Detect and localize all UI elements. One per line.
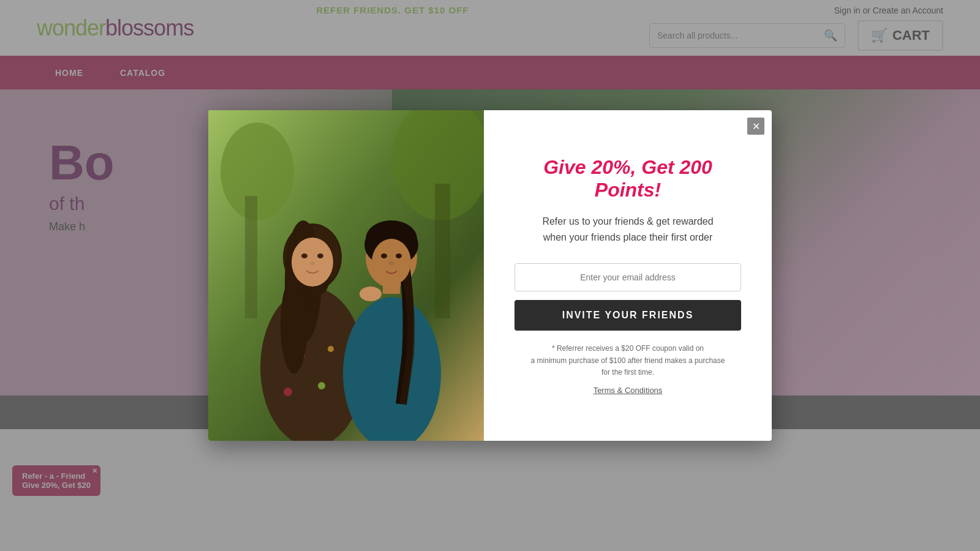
modal-headline: Give 20%, Get 200 Points!: [514, 156, 741, 201]
fine-print-line3: for the first time.: [601, 368, 654, 377]
svg-point-15: [281, 276, 307, 373]
modal-email-input[interactable]: [514, 263, 741, 291]
modal-women-svg: [208, 110, 484, 441]
modal-desc-line1: Refer us to your friends & get rewarded: [542, 216, 713, 227]
modal-fine-print: * Referrer receives a $20 OFF coupon val…: [531, 343, 725, 378]
svg-point-28: [396, 253, 402, 258]
modal-image-inner: [208, 110, 484, 441]
modal-image: [208, 110, 484, 441]
modal-overlay[interactable]: ✕ Give 20%, Get 200 Points! Refer us to …: [0, 0, 980, 551]
svg-point-20: [310, 261, 315, 265]
svg-rect-4: [245, 196, 257, 318]
svg-point-8: [318, 382, 325, 389]
referral-modal: ✕ Give 20%, Get 200 Points! Refer us to …: [208, 110, 772, 441]
fine-print-line1: * Referrer receives a $20 OFF coupon val…: [552, 344, 704, 353]
modal-terms-link[interactable]: Terms & Conditions: [594, 386, 663, 395]
svg-point-27: [381, 253, 387, 258]
svg-point-18: [301, 253, 307, 258]
modal-desc-line2: when your friends place their first orde…: [543, 232, 713, 242]
svg-rect-5: [435, 184, 450, 318]
modal-description: Refer us to your friends & get rewarded …: [542, 214, 713, 245]
svg-point-19: [317, 253, 323, 258]
svg-point-30: [360, 287, 382, 301]
modal-content-panel: ✕ Give 20%, Get 200 Points! Refer us to …: [484, 110, 772, 441]
fine-print-line2: a minimum purchase of $100 after friend …: [531, 356, 725, 365]
modal-invite-button[interactable]: INVITE YOUR FRIENDS: [514, 300, 741, 331]
svg-point-9: [284, 388, 292, 396]
modal-close-button[interactable]: ✕: [747, 118, 764, 135]
svg-point-29: [389, 261, 394, 265]
svg-point-10: [328, 346, 334, 352]
